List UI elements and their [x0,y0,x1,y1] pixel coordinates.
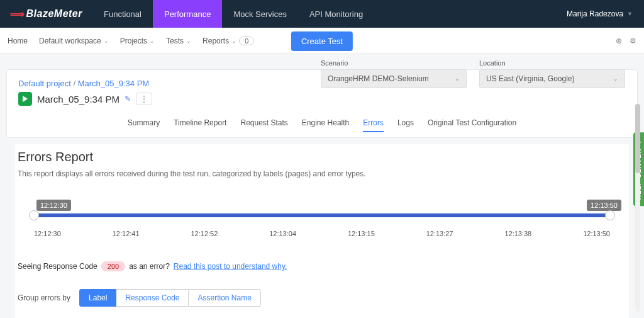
nav-tests[interactable]: Tests⌄ [166,37,191,45]
subtab-request-stats[interactable]: Request Stats [240,118,287,132]
test-header-card: Default project / March_05_9:34 PM March… [6,69,638,138]
chevron-down-icon: ⌄ [455,76,460,82]
errors-report: Errors Report This report displays all e… [15,143,629,318]
chevron-down-icon: ⌄ [231,38,236,44]
location-select[interactable]: US East (Virginia, Google)⌄ [479,69,625,88]
report-description: This report displays all errors received… [18,169,626,178]
chevron-down-icon: ⌄ [613,76,618,82]
chevron-down-icon: ▼ [627,11,633,17]
nav-home[interactable]: Home [8,37,28,45]
code-200-badge: 200 [101,261,125,271]
time-badge-end: 12:13:50 [587,200,621,211]
response-code-note: Seeing Response Code 200 as an error? Re… [18,261,626,271]
breadcrumb-test[interactable]: March_05_9:34 PM [78,79,149,88]
group-by-label-button[interactable]: Label [79,289,116,307]
time-badge-start: 12:12:30 [36,200,71,211]
subtab-original-config[interactable]: Original Test Configuration [428,118,516,132]
breadcrumb-project[interactable]: Default project [18,79,71,88]
nav-tabs: Functional Performance Mock Services API… [92,0,374,28]
edit-icon[interactable]: ✎ [125,94,131,103]
subtab-summary[interactable]: Summary [128,118,160,132]
group-by-label: Group errors by [18,293,70,302]
nav-tab-performance[interactable]: Performance [153,0,222,28]
reports-count-badge: 0 [239,37,254,45]
nav-tab-api-monitoring[interactable]: API Monitoring [298,0,374,28]
chevron-down-icon: ⌄ [186,38,191,44]
nav-projects[interactable]: Projects⌄ [120,37,155,45]
nav-tab-functional[interactable]: Functional [92,0,153,28]
scrollbar-thumb[interactable] [635,104,640,173]
report-title: Errors Report [18,150,626,164]
more-menu-icon[interactable]: ⋮ [136,93,152,105]
subtab-engine-health[interactable]: Engine Health [302,118,349,132]
group-by-row: Group errors by Label Response Code Asse… [18,289,626,307]
top-navbar: BlazeMeter Functional Performance Mock S… [0,0,644,28]
report-subtabs: Summary Timeline Report Request Stats En… [18,118,626,137]
slider-track [34,213,610,217]
slider-handle-end[interactable] [605,210,615,220]
group-by-buttons: Label Response Code Assertion Name [79,289,261,307]
subtab-errors[interactable]: Errors [363,118,384,132]
chevron-down-icon: ⌄ [104,38,109,44]
slider-handle-start[interactable] [29,210,39,220]
nav-reports[interactable]: Reports⌄0 [203,37,254,45]
scenario-label: Scenario [321,59,467,67]
nav-tab-mock-services[interactable]: Mock Services [222,0,298,28]
nav-workspace[interactable]: Default workspace⌄ [39,37,109,45]
time-range-slider[interactable]: 12:12:30 12:13:50 12:12:30 12:12:41 12:1… [18,213,626,237]
gear-icon[interactable]: ⚙ [630,37,636,45]
logo[interactable]: BlazeMeter [0,8,92,20]
test-title: March_05_9:34 PM [37,94,119,105]
chevron-down-icon: ⌄ [150,38,155,44]
location-label: Location [479,59,625,67]
scenario-select[interactable]: OrangeHRM DEMO-Selenium⌄ [321,69,467,88]
add-user-icon[interactable]: ⊕ [616,37,622,45]
help-link[interactable]: Read this post to understand why. [174,262,287,271]
create-test-button[interactable]: Create Test [291,31,353,51]
subtab-logs[interactable]: Logs [397,118,414,132]
user-name: Marija Radezova [567,9,623,18]
subtab-timeline[interactable]: Timeline Report [174,118,226,132]
group-by-response-code-button[interactable]: Response Code [116,289,188,307]
scrollbar[interactable] [635,104,640,312]
group-by-assertion-button[interactable]: Assertion Name [188,289,260,307]
user-menu[interactable]: Marija Radezova ▼ [555,9,644,18]
time-ticks: 12:12:30 12:12:41 12:12:52 12:13:04 12:1… [34,230,610,237]
play-icon[interactable] [18,92,32,106]
